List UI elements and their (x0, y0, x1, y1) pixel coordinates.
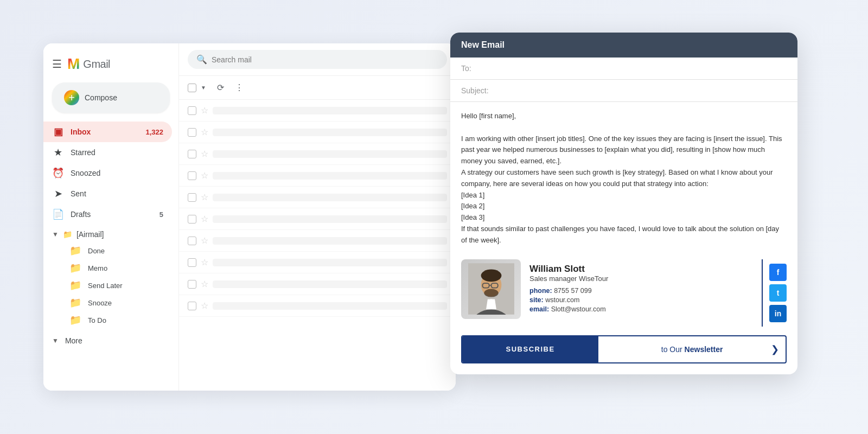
email-checkbox[interactable] (188, 193, 196, 202)
twitter-icon: t (777, 289, 780, 297)
email-checkbox[interactable] (188, 150, 196, 158)
email-row[interactable]: ☆ (179, 230, 456, 252)
email-row[interactable]: ☆ (179, 122, 456, 143)
email-checkbox[interactable] (188, 106, 196, 115)
gmail-text: Gmail (83, 58, 110, 71)
email-toolbar: ▼ ⟳ ⋮ (179, 76, 456, 100)
more-expand-icon: ▼ (52, 337, 59, 344)
search-bar: 🔍 (179, 43, 456, 76)
subscribe-block[interactable]: SUBSCRIBE to Our Newsletter ❯ (461, 335, 787, 363)
sig-site: site: wstour.com (529, 296, 753, 304)
gmail-m-icon: M (67, 56, 80, 72)
star-icon[interactable]: ☆ (201, 105, 208, 116)
email-checkbox[interactable] (188, 128, 196, 137)
star-icon[interactable]: ☆ (201, 301, 208, 311)
sidebar-item-done[interactable]: 📁 Done (65, 242, 172, 259)
email-row[interactable]: ☆ (179, 252, 456, 273)
subject-field-row[interactable]: Subject: (450, 80, 797, 102)
inbox-icon: ▣ (52, 126, 64, 138)
email-checkbox[interactable] (188, 171, 196, 180)
site-label: site: (529, 296, 544, 304)
body-para-1: I am working with other [insert job titl… (461, 133, 787, 167)
star-icon[interactable]: ☆ (201, 127, 208, 137)
star-icon[interactable]: ☆ (201, 235, 208, 246)
memo-folder-icon: 📁 (69, 262, 81, 274)
subscribe-right-text: to Our Newsletter (661, 345, 723, 354)
more-options-button[interactable]: ⋮ (232, 80, 247, 95)
signature-social: f t in (762, 259, 787, 327)
inbox-label: Inbox (71, 127, 91, 136)
done-label: Done (88, 247, 105, 255)
idea-3: [Idea 3] (461, 212, 787, 224)
panel-title: New Email (461, 40, 505, 49)
email-row[interactable]: ☆ (179, 143, 456, 165)
email-content (213, 194, 447, 201)
sig-phone: phone: 8755 57 099 (529, 287, 753, 295)
star-icon[interactable]: ☆ (201, 149, 208, 159)
email-checkbox[interactable] (188, 302, 196, 310)
sidebar-item-starred[interactable]: ★ Starred (43, 142, 172, 163)
select-all-checkbox[interactable] (188, 84, 196, 92)
svg-marker-3 (489, 299, 493, 308)
email-row[interactable]: ☆ (179, 165, 456, 187)
snooze-icon: ⏰ (52, 167, 64, 179)
memo-label: Memo (88, 264, 107, 272)
star-icon[interactable]: ☆ (201, 214, 208, 224)
email-checkbox[interactable] (188, 237, 196, 245)
svg-point-5 (481, 270, 501, 282)
airmail-section: ▼ 📁 [Airmail] 📁 Done 📁 Memo 📁 Send Later (43, 225, 178, 331)
todo-label: To Do (88, 316, 106, 324)
email-checkbox[interactable] (188, 258, 196, 267)
drafts-label: Drafts (71, 210, 91, 219)
email-checkbox[interactable] (188, 280, 196, 289)
airmail-submenu: 📁 Done 📁 Memo 📁 Send Later 📁 Snooze 📁 (43, 242, 178, 329)
email-row[interactable]: ☆ (179, 273, 456, 295)
compose-label: Compose (85, 93, 117, 102)
site-value: wstour.com (545, 296, 579, 304)
sig-title: Sales manager WiseTour (529, 275, 753, 283)
sidebar-item-todo[interactable]: 📁 To Do (65, 311, 172, 329)
sidebar-item-send-later[interactable]: 📁 Send Later (65, 277, 172, 294)
sidebar-item-snooze[interactable]: 📁 Snooze (65, 294, 172, 311)
airmail-header[interactable]: ▼ 📁 [Airmail] (43, 227, 178, 242)
compose-button[interactable]: + Compose (52, 82, 170, 113)
sidebar-item-more[interactable]: ▼ More (43, 332, 172, 349)
sidebar-item-sent[interactable]: ➤ Sent (43, 183, 172, 204)
facebook-button[interactable]: f (769, 264, 787, 281)
airmail-folder-icon: 📁 (63, 230, 72, 239)
to-field-row[interactable]: To: (450, 58, 797, 80)
twitter-button[interactable]: t (769, 284, 787, 302)
sidebar-item-memo[interactable]: 📁 Memo (65, 259, 172, 277)
sidebar-item-snoozed[interactable]: ⏰ Snoozed (43, 163, 172, 183)
star-icon[interactable]: ☆ (201, 192, 208, 202)
email-content (213, 215, 447, 223)
email-row[interactable]: ☆ (179, 100, 456, 122)
email-row[interactable]: ☆ (179, 187, 456, 208)
snoozed-label: Snoozed (71, 169, 100, 177)
email-row[interactable]: ☆ (179, 208, 456, 230)
more-label: More (65, 336, 82, 345)
send-later-folder-icon: 📁 (69, 279, 81, 291)
snooze-folder-icon: 📁 (69, 297, 81, 309)
email-body[interactable]: Hello [first name], I am working with ot… (450, 102, 797, 255)
hamburger-icon[interactable]: ☰ (52, 58, 62, 71)
email-row[interactable]: ☆ (179, 295, 456, 317)
newsletter-bold: Newsletter (685, 345, 723, 354)
search-input-wrap[interactable]: 🔍 (188, 50, 447, 69)
email-checkbox[interactable] (188, 215, 196, 224)
star-icon[interactable]: ☆ (201, 170, 208, 181)
select-dropdown-btn[interactable]: ▼ (197, 82, 209, 93)
sidebar-item-drafts[interactable]: 📄 Drafts 5 (43, 204, 172, 225)
email-content (213, 259, 447, 266)
linkedin-button[interactable]: in (769, 305, 787, 322)
search-input[interactable] (212, 55, 438, 64)
star-icon[interactable]: ☆ (201, 257, 208, 267)
idea-2: [Idea 2] (461, 201, 787, 212)
sidebar-item-inbox[interactable]: ▣ Inbox 1,322 (43, 122, 172, 142)
facebook-icon: f (777, 268, 780, 277)
email-value: Slott@wstour.com (551, 305, 606, 313)
star-icon[interactable]: ☆ (201, 279, 208, 289)
refresh-button[interactable]: ⟳ (214, 80, 227, 95)
subscribe-button[interactable]: SUBSCRIBE (462, 336, 598, 362)
panel-body: To: Subject: Hello [first name], I am wo… (450, 58, 797, 363)
